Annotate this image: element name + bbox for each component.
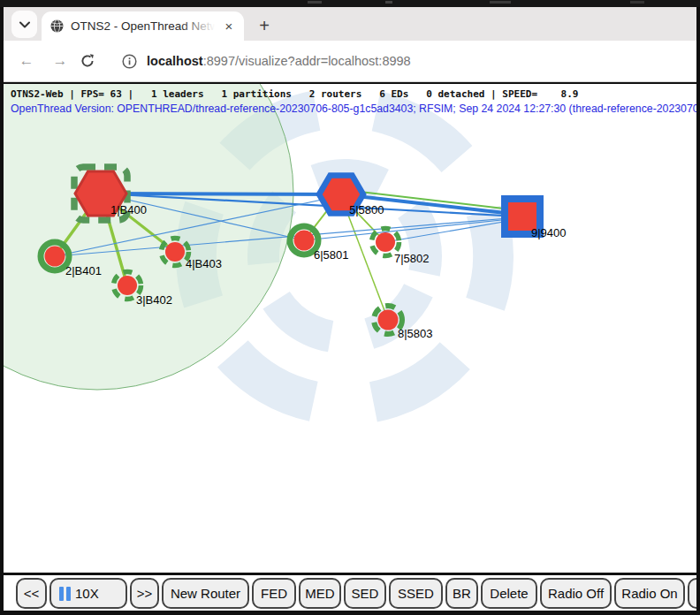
node-3-label: 3|B402	[136, 293, 172, 307]
node-1-label: 1|B400	[110, 203, 147, 216]
tab-close-icon[interactable]: ×	[221, 19, 237, 34]
browser-window: OTNS2 - OpenThread Network Simulator × +…	[0, 0, 700, 615]
speed-label: 10X	[75, 586, 99, 601]
chevron-down-icon	[19, 21, 30, 28]
tab-title: OTNS2 - OpenThread Network Simulator	[71, 19, 221, 33]
node-8-label: 8|5803	[398, 327, 433, 340]
fed-button[interactable]: FED	[252, 578, 296, 609]
url-field[interactable]: localhost:8997/visualize?addr=localhost:…	[147, 54, 411, 68]
speed-button[interactable]: 10X	[49, 578, 127, 609]
control-toolbar: << 10X >> New Router FED MED SED SSED BR…	[4, 573, 696, 611]
speed-up-button[interactable]: >>	[130, 578, 159, 609]
address-bar: ← → localhost:8997/visualize?addr=localh…	[4, 41, 696, 82]
link-1-5	[101, 194, 341, 194]
reload-icon[interactable]	[80, 53, 95, 69]
globe-icon	[50, 19, 64, 33]
delete-button[interactable]: Delete	[481, 578, 537, 609]
med-button[interactable]: MED	[299, 578, 341, 609]
status-line: OTNS2-Web | FPS= 63 | 1 leaders 1 partit…	[11, 88, 578, 100]
link-5-8	[342, 199, 388, 320]
ssed-button[interactable]: SSED	[389, 578, 443, 609]
node-9-label: 9|9400	[531, 226, 567, 239]
back-icon[interactable]: ←	[17, 52, 36, 70]
url-host: localhost	[147, 54, 203, 68]
node-5-label: 5|5800	[349, 203, 384, 216]
version-line: OpenThread Version: OPENTHREAD/thread-re…	[11, 102, 696, 115]
node-6-label: 6|5801	[314, 248, 349, 262]
new-tab-button[interactable]: +	[252, 13, 277, 38]
sed-button[interactable]: SED	[344, 578, 386, 609]
radio-on-button[interactable]: Radio On	[614, 578, 685, 609]
screen-top-strip	[0, 0, 700, 7]
clipped-button[interactable]	[688, 578, 696, 609]
radio-off-button[interactable]: Radio Off	[540, 578, 612, 609]
br-button[interactable]: BR	[445, 578, 478, 609]
tab-list-chevron-button[interactable]	[11, 11, 37, 38]
network-graph: 1|B400 2|B401 3|B402 4|B403 5|5800 6|580…	[4, 84, 696, 573]
tab-bar: OTNS2 - OpenThread Network Simulator × +	[4, 7, 696, 41]
node-4-label: 4|B403	[186, 257, 222, 270]
new-router-button[interactable]: New Router	[162, 578, 249, 609]
pause-icon	[59, 587, 71, 601]
url-path: :8997/visualize?addr=localhost:8998	[203, 54, 411, 68]
node-2-label: 2|B401	[65, 264, 102, 277]
simulation-canvas[interactable]: OTNS2-Web | FPS= 63 | 1 leaders 1 partit…	[4, 82, 696, 573]
tab-otns2[interactable]: OTNS2 - OpenThread Network Simulator ×	[42, 11, 244, 41]
node-7-label: 7|5802	[394, 252, 430, 265]
forward-icon[interactable]: →	[50, 52, 70, 70]
speed-down-button[interactable]: <<	[16, 578, 47, 609]
site-info-icon[interactable]	[122, 54, 137, 69]
